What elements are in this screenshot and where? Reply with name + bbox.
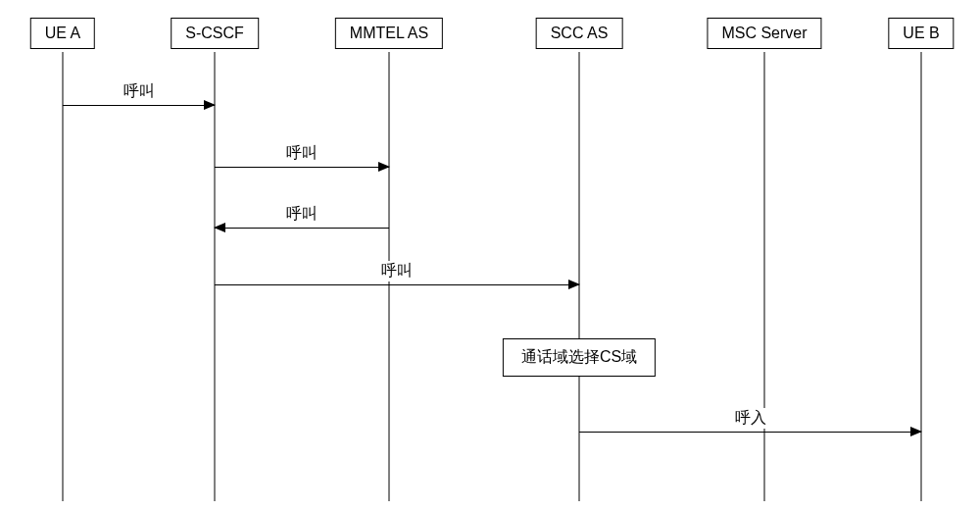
arrow-right-icon: [378, 162, 390, 172]
arrow-right-icon: [204, 100, 216, 110]
sequence-diagram: UE A S-CSCF MMTEL AS SCC AS MSC Server U…: [0, 0, 980, 511]
message-s-cscf-to-mmtel-as: 呼叫: [215, 167, 389, 168]
note-domain-selection: 通话域选择CS域: [503, 338, 656, 377]
message-label: 呼入: [731, 408, 770, 429]
actor-s-cscf: S-CSCF: [171, 18, 259, 49]
message-mmtel-as-to-s-cscf: 呼叫: [215, 228, 389, 229]
actor-ue-a: UE A: [30, 18, 95, 49]
message-ue-a-to-s-cscf: 呼叫: [63, 105, 215, 106]
message-label: 呼叫: [120, 81, 159, 102]
message-label: 呼叫: [377, 261, 416, 281]
lifeline-scc-as: [579, 52, 580, 501]
actor-msc-server: MSC Server: [707, 18, 821, 49]
arrow-left-icon: [214, 223, 225, 232]
lifeline-s-cscf: [215, 52, 216, 501]
actor-mmtel-as: MMTEL AS: [335, 18, 443, 49]
arrow-right-icon: [910, 427, 922, 436]
actor-scc-as: SCC AS: [536, 18, 623, 49]
arrow-right-icon: [568, 280, 580, 289]
message-s-cscf-to-scc-as: 呼叫: [215, 284, 579, 285]
message-scc-as-to-ue-b: 呼入: [579, 432, 921, 433]
message-label: 呼叫: [282, 204, 321, 225]
actor-ue-b: UE B: [888, 18, 954, 49]
message-label: 呼叫: [282, 143, 321, 164]
lifeline-msc-server: [764, 52, 765, 501]
lifeline-ue-a: [63, 52, 64, 501]
